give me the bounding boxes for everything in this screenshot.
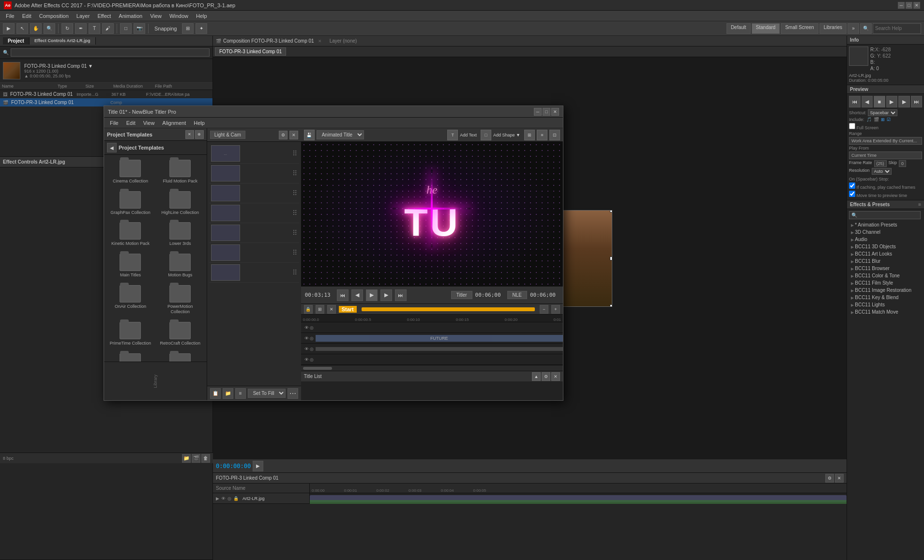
current-time-value[interactable]: Current Time xyxy=(849,151,922,159)
content-row-6[interactable]: ⠿ xyxy=(209,243,299,263)
title-list-settings[interactable]: ⚙ xyxy=(542,372,550,381)
dialog-maximize[interactable]: □ xyxy=(543,108,550,116)
content-row-3[interactable]: ⠿ xyxy=(209,183,299,203)
menu-view[interactable]: View xyxy=(146,12,166,20)
template-cinema[interactable]: Cinema Collection xyxy=(107,158,154,186)
search-help-btn[interactable]: 🔍 xyxy=(860,23,872,34)
menu-composition[interactable]: Composition xyxy=(35,12,73,20)
search-help-input[interactable] xyxy=(873,23,921,34)
drag-handle-1[interactable]: ⠿ xyxy=(292,150,297,157)
menu-effect[interactable]: Effect xyxy=(93,12,115,20)
track-4-eye[interactable]: 👁 xyxy=(304,357,309,362)
titler-button[interactable]: Titler xyxy=(451,291,472,299)
skip-val[interactable]: 0 xyxy=(899,160,906,167)
menu-file[interactable]: File xyxy=(2,12,18,20)
dialog-window-controls[interactable]: ─ □ ✕ xyxy=(534,108,559,116)
preview-save[interactable]: 💾 xyxy=(304,130,315,140)
effect-3d-channel[interactable]: 3D Channel xyxy=(847,228,924,236)
dialog-close[interactable]: ✕ xyxy=(551,108,559,116)
content-row-7[interactable]: ⠿ xyxy=(209,263,299,283)
effect-bcc11-film[interactable]: BCC11 Film Style xyxy=(847,279,924,287)
play-tool[interactable]: ▶ xyxy=(3,23,15,34)
menu-edit[interactable]: Edit xyxy=(18,12,35,20)
track-eye[interactable]: 👁 xyxy=(221,496,226,501)
add-text-btn[interactable]: T xyxy=(447,130,458,140)
dialog-menu-alignment[interactable]: Alignment xyxy=(158,119,190,127)
tl-expand[interactable]: ⊞ xyxy=(316,305,324,314)
caching-checkbox[interactable] xyxy=(849,182,855,189)
tl-zoom-out[interactable]: − xyxy=(540,305,548,314)
preview-stop[interactable]: ■ xyxy=(874,96,885,107)
bottom-btn-1[interactable]: 📋 xyxy=(210,388,221,399)
track-expand[interactable]: ▶ xyxy=(216,496,219,501)
dialog-menu-edit[interactable]: Edit xyxy=(122,119,139,127)
tl-collapse[interactable]: ✕ xyxy=(327,305,336,314)
workspace-more[interactable]: » xyxy=(848,23,859,34)
close-btn[interactable]: ✕ xyxy=(913,2,920,9)
middle-more-btn[interactable]: ⋯ xyxy=(288,388,298,399)
track-2-solo[interactable]: ◎ xyxy=(310,336,314,341)
dialog-menu-help[interactable]: Help xyxy=(190,119,209,127)
drag-handle-6[interactable]: ⠿ xyxy=(292,249,297,257)
prev-to-end[interactable]: ⏭ xyxy=(395,289,407,301)
new-comp-btn[interactable]: 🎬 xyxy=(192,454,200,463)
preview-to-end[interactable]: ⏭ xyxy=(911,96,923,107)
view-grid-btn[interactable]: ⊞ xyxy=(524,130,535,140)
shape-tool[interactable]: □ xyxy=(120,23,132,34)
track-2-eye[interactable]: 👁 xyxy=(304,336,309,341)
template-main-titles[interactable]: Main Titles xyxy=(107,252,154,280)
sidebar-close[interactable]: ✕ xyxy=(185,130,194,139)
template-lower3rds[interactable]: Lower 3rds xyxy=(157,220,204,249)
minimize-btn[interactable]: ─ xyxy=(898,2,905,9)
cache-checkbox[interactable] xyxy=(849,123,855,129)
template-motion-bugs[interactable]: Motion Bugs xyxy=(157,252,204,280)
drag-handle-4[interactable]: ⠿ xyxy=(292,209,297,217)
template-graphpax[interactable]: GraphPax Collection xyxy=(107,189,154,218)
content-row-5[interactable]: ⠿ xyxy=(209,223,299,243)
dialog-menu-view[interactable]: View xyxy=(139,119,159,127)
template-primetime[interactable]: PrimeTime Collection xyxy=(107,320,154,348)
track-3-solo[interactable]: ◎ xyxy=(310,347,314,351)
drag-handle-7[interactable]: ⠿ xyxy=(292,269,297,276)
view-list-btn[interactable]: ≡ xyxy=(537,130,547,140)
template-highline[interactable]: HighLine Collection xyxy=(157,189,204,218)
project-search-input[interactable] xyxy=(11,48,210,57)
workspace-small[interactable]: Small Screen xyxy=(781,23,818,34)
project-item-art2[interactable]: 🖼 FOTO-PR-3 Linked Comp 01 Importe...G 3… xyxy=(0,90,212,98)
title-list-up[interactable]: ▲ xyxy=(532,372,541,381)
template-sports[interactable]: Sports Collection xyxy=(157,351,204,362)
dialog-menu-file[interactable]: File xyxy=(106,119,122,127)
set-to-fill-select[interactable]: Set To Fill xyxy=(248,389,286,398)
pen-tool[interactable]: ✒ xyxy=(75,23,87,34)
effect-bcc11-3d[interactable]: BCC11 3D Objects xyxy=(847,243,924,250)
comp-close-x[interactable]: ✕ xyxy=(318,39,322,44)
preview-next-frame[interactable]: ▶ xyxy=(898,96,910,107)
preview-to-start[interactable]: ⏮ xyxy=(849,96,861,107)
menu-window[interactable]: Window xyxy=(166,12,192,20)
workspace-default[interactable]: Default xyxy=(727,23,751,34)
resolution-select[interactable]: Auto xyxy=(872,168,892,175)
tl-lock[interactable]: 🔒 xyxy=(304,305,313,314)
snap-toggle[interactable]: ⊞ xyxy=(182,23,194,34)
tl-zoom-in[interactable]: + xyxy=(551,305,560,314)
middle-settings[interactable]: ⚙ xyxy=(279,131,288,139)
effect-audio[interactable]: Audio xyxy=(847,236,924,243)
menu-layer[interactable]: Layer xyxy=(73,12,94,20)
tl-close[interactable]: ✕ xyxy=(835,474,844,483)
drag-handle-5[interactable]: ⠿ xyxy=(292,229,297,237)
nle-button[interactable]: NLE xyxy=(507,291,527,299)
tab-effect-controls[interactable]: Effect Controls Art2-LR.jpg xyxy=(30,37,96,45)
prev-next[interactable]: ▶ xyxy=(380,289,392,301)
title-type-selector[interactable]: Animated Title xyxy=(317,130,364,139)
hand-tool[interactable]: ✋ xyxy=(30,23,42,34)
prev-prev[interactable]: ◀ xyxy=(351,289,363,301)
workspace-standard[interactable]: Standard xyxy=(752,23,780,34)
sidebar-options[interactable]: ⊕ xyxy=(195,130,204,139)
effect-bcc11-art[interactable]: BCC11 Art Looks xyxy=(847,250,924,257)
content-row-1[interactable]: ... ⠿ xyxy=(209,144,299,164)
prev-play[interactable]: ▶ xyxy=(366,289,378,301)
menu-help[interactable]: Help xyxy=(192,12,211,20)
track-1-solo[interactable]: ◎ xyxy=(310,325,314,330)
effect-bcc11-browser[interactable]: BCC11 Browser xyxy=(847,265,924,272)
effect-bcc11-match[interactable]: BCC11 Match Move xyxy=(847,308,924,316)
